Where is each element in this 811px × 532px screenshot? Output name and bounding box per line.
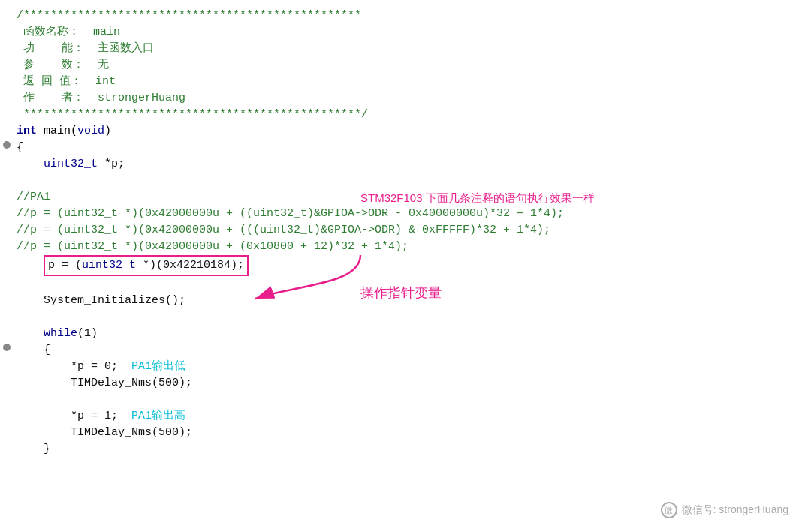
line-5: 返 回 值： int — [0, 74, 811, 90]
code-text-13: //p = (uint32_t *)(0x42000000u + ((uint3… — [14, 206, 811, 222]
gutter-19 — [0, 309, 14, 311]
code-text-1: /***************************************… — [14, 8, 811, 24]
code-container: /***************************************… — [0, 0, 811, 532]
code-text-27: } — [14, 441, 811, 458]
code-text-6: 作 者： strongerHuang — [14, 90, 811, 107]
code-text-9: { — [14, 140, 811, 156]
gutter-5 — [0, 74, 14, 75]
line-15: //p = (uint32_t *)(0x42000000u + (0x1080… — [0, 239, 811, 255]
line-2: 函数名称： main — [0, 24, 811, 41]
gutter-21 — [0, 342, 14, 351]
line-21: { — [0, 342, 811, 359]
code-text-20: while(1) — [14, 326, 811, 342]
code-text-10: uint32_t *p; — [14, 156, 811, 173]
gutter-24 — [0, 392, 14, 393]
code-text-16: p = (uint32_t *)(0x42210184); — [14, 255, 811, 276]
gutter-12 — [0, 189, 14, 191]
line-24 — [0, 392, 811, 408]
code-text-11 — [14, 173, 811, 189]
code-text-5: 返 回 值： int — [14, 74, 811, 90]
code-text-26: TIMDelay_Nms(500); — [14, 425, 811, 441]
line-27: } — [0, 441, 811, 458]
gutter-17 — [0, 276, 14, 278]
gutter-20 — [0, 326, 14, 327]
wechat-icon: 微 — [661, 502, 677, 518]
line-23: TIMDelay_Nms(500); — [0, 375, 811, 392]
line-4: 参 数： 无 — [0, 57, 811, 74]
line-25: *p = 1; PA1输出高 — [0, 408, 811, 425]
gutter-10 — [0, 156, 14, 158]
line-19 — [0, 309, 811, 326]
code-text-8: int main(void) — [14, 123, 811, 140]
code-text-2: 函数名称： main — [14, 24, 811, 41]
gutter-15 — [0, 239, 14, 240]
gutter-3 — [0, 41, 14, 42]
gutter-2 — [0, 24, 14, 26]
gutter-7 — [0, 107, 14, 108]
line-11 — [0, 173, 811, 189]
watermark-label: 微信号: strongerHuang — [682, 503, 788, 517]
highlight-code: p = (uint32_t *)(0x42210184); — [44, 255, 249, 276]
gutter-8 — [0, 123, 14, 125]
gutter-27 — [0, 441, 14, 443]
line-3: 功 能： 主函数入口 — [0, 41, 811, 57]
line-6: 作 者： strongerHuang — [0, 90, 811, 107]
code-text-14: //p = (uint32_t *)(0x42000000u + (((uint… — [14, 222, 811, 239]
gutter-26 — [0, 425, 14, 426]
gutter-4 — [0, 57, 14, 59]
gutter-1 — [0, 8, 14, 9]
code-text-7: ****************************************… — [14, 107, 811, 123]
line-1: /***************************************… — [0, 8, 811, 24]
code-text-23: TIMDelay_Nms(500); — [14, 375, 811, 392]
line-14: //p = (uint32_t *)(0x42000000u + (((uint… — [0, 222, 811, 239]
watermark: 微 微信号: strongerHuang — [661, 502, 788, 518]
stm-annotation: STM32F103 下面几条注释的语句执行效果一样 — [360, 191, 595, 206]
code-text-22: *p = 0; PA1输出低 — [14, 359, 811, 375]
pointer-annotation: 操作指针变量 — [360, 284, 442, 302]
code-text-25: *p = 1; PA1输出高 — [14, 408, 811, 425]
gutter-18 — [0, 293, 14, 294]
gutter-25 — [0, 408, 14, 410]
line-9: { — [0, 140, 811, 156]
line-13: //p = (uint32_t *)(0x42000000u + ((uint3… — [0, 206, 811, 222]
gutter-16 — [0, 255, 14, 257]
line-22: *p = 0; PA1输出低 — [0, 359, 811, 375]
line-8: int main(void) — [0, 123, 811, 140]
gutter-6 — [0, 90, 14, 92]
line-7: ****************************************… — [0, 107, 811, 123]
gutter-9 — [0, 140, 14, 149]
code-text-15: //p = (uint32_t *)(0x42000000u + (0x1080… — [14, 239, 811, 255]
line-26: TIMDelay_Nms(500); — [0, 425, 811, 441]
gutter-11 — [0, 173, 14, 174]
code-text-3: 功 能： 主函数入口 — [14, 41, 811, 57]
code-text-19 — [14, 309, 811, 326]
code-text-24 — [14, 392, 811, 408]
gutter-13 — [0, 206, 14, 207]
line-20: while(1) — [0, 326, 811, 342]
code-text-21: { — [14, 342, 811, 359]
line-16: p = (uint32_t *)(0x42210184); — [0, 255, 811, 276]
gutter-23 — [0, 375, 14, 377]
gutter-22 — [0, 359, 14, 360]
code-text-4: 参 数： 无 — [14, 57, 811, 74]
line-10: uint32_t *p; — [0, 156, 811, 173]
gutter-14 — [0, 222, 14, 224]
